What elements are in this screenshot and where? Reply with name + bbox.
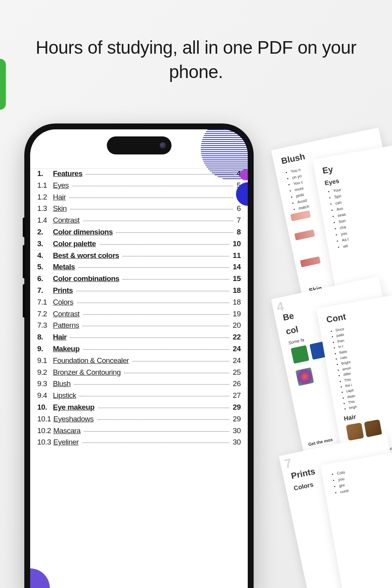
bg-page-contrast: Cont SincepattethanIn tflattenatuBrighta… xyxy=(316,290,392,463)
toc-leader xyxy=(74,384,229,385)
toc-page: 10 xyxy=(233,240,241,248)
background-pages-stack: Blush You non yoYou cmorepinkiAvoidmatch… xyxy=(247,137,392,588)
toc-number: 10.1 xyxy=(37,415,51,423)
bg-page-heading: Ey xyxy=(322,150,392,176)
toc-leader xyxy=(76,291,229,291)
toc-row[interactable]: 7.3Patterns20 xyxy=(37,321,241,330)
toc-number: 4. xyxy=(37,251,51,260)
toc-row[interactable]: 9.4Lipstick27 xyxy=(37,391,241,400)
toc-title: Mascara xyxy=(53,426,80,435)
toc-page: 6 xyxy=(237,204,241,213)
toc-title: Hair xyxy=(53,193,66,201)
toc-title: Skin xyxy=(53,204,67,213)
decorative-circle-bottom xyxy=(30,568,50,588)
toc-page: 20 xyxy=(233,321,241,330)
toc-leader xyxy=(83,314,229,315)
toc-row[interactable]: 6.Color combinations15 xyxy=(37,274,241,283)
toc-row[interactable]: 3.Color palette10 xyxy=(37,240,241,248)
toc-page: 24 xyxy=(233,356,241,365)
bg-page-prints: 7 Prints Colors xyxy=(279,433,392,588)
toc-row[interactable]: 7.1Colors18 xyxy=(37,298,241,307)
bg-page-heading: Be xyxy=(282,294,376,323)
toc-page: 22 xyxy=(233,333,241,341)
toc-page: 18 xyxy=(233,286,241,295)
toc-leader xyxy=(70,338,229,338)
toc-number: 9. xyxy=(37,345,51,353)
hair-swatch-label: Dark Golden Blonde xyxy=(366,436,384,445)
table-of-contents: 1.Features41.1Eyes51.2Hair51.3Skin61.4Co… xyxy=(30,169,248,450)
toc-row[interactable]: 5.Metals14 xyxy=(37,263,241,271)
toc-number: 3. xyxy=(37,240,51,248)
toc-row[interactable]: 1.1Eyes5 xyxy=(37,181,241,190)
toc-leader xyxy=(82,443,229,443)
toc-row[interactable]: 2.Color dimensions8 xyxy=(37,228,241,236)
toc-row[interactable]: 9.3Blush26 xyxy=(37,379,241,388)
toc-leader xyxy=(83,349,229,350)
toc-title: Bronzer & Contouring xyxy=(53,368,121,377)
toc-leader xyxy=(116,232,233,233)
toc-leader xyxy=(72,186,233,186)
toc-title: Lipstick xyxy=(53,391,76,400)
toc-number: 7.3 xyxy=(37,321,51,330)
bg-page-heading: Cont xyxy=(326,299,392,325)
toc-number: 2. xyxy=(37,228,51,236)
toc-number: 1.4 xyxy=(37,216,51,225)
bg-hair-label: Hair xyxy=(343,399,392,422)
toc-title: Foundation & Concealer xyxy=(53,356,129,365)
toc-title: Eye makeup xyxy=(53,403,94,412)
toc-title: Prints xyxy=(53,286,73,295)
bg-skin-label: Skin xyxy=(308,285,323,294)
toc-row[interactable]: 4.Best & worst colors11 xyxy=(37,251,241,260)
toc-row[interactable]: 9.1Foundation & Concealer24 xyxy=(37,356,241,365)
toc-title: Contrast xyxy=(53,310,80,318)
toc-row[interactable]: 9.Makeup24 xyxy=(37,345,241,353)
toc-page: 18 xyxy=(233,298,241,307)
toc-title: Eyeshadows xyxy=(53,415,94,423)
toc-title: Makeup xyxy=(53,345,80,353)
toc-page: 25 xyxy=(233,368,241,377)
bg-page-heading: Blush xyxy=(280,137,374,166)
toc-row[interactable]: 7.2Contrast19 xyxy=(37,310,241,318)
toc-row[interactable]: 10.3Eyeliner30 xyxy=(37,438,241,446)
toc-number: 1.1 xyxy=(37,181,51,190)
toc-title: Features xyxy=(53,169,82,178)
toc-number: 5. xyxy=(37,263,51,271)
toc-leader xyxy=(97,419,229,420)
toc-number: 7. xyxy=(37,286,51,295)
toc-row[interactable]: 8.Hair22 xyxy=(37,333,241,341)
toc-number: 10.3 xyxy=(37,438,51,446)
toc-leader xyxy=(123,279,229,279)
phone-screen: 1.Features41.1Eyes51.2Hair51.3Skin61.4Co… xyxy=(30,129,248,588)
toc-page: 29 xyxy=(233,415,241,423)
toc-number: 9.4 xyxy=(37,391,51,400)
toc-row[interactable]: 10.Eye makeup29 xyxy=(37,403,241,412)
toc-leader xyxy=(98,408,229,408)
camera-icon xyxy=(160,142,166,149)
toc-page: 30 xyxy=(233,426,241,435)
phone-volume-button xyxy=(23,284,25,318)
toc-number: 1. xyxy=(37,169,51,178)
toc-title: Hair xyxy=(53,333,67,341)
toc-row[interactable]: 9.2Bronzer & Contouring25 xyxy=(37,368,241,377)
toc-row[interactable]: 1.3Skin6 xyxy=(37,204,241,213)
toc-row[interactable]: 7.Prints18 xyxy=(37,286,241,295)
toc-title: Colors xyxy=(53,298,73,307)
toc-title: Color combinations xyxy=(53,274,119,283)
toc-row[interactable]: 1.4Contrast7 xyxy=(37,216,241,225)
toc-row[interactable]: 1.2Hair5 xyxy=(37,193,241,201)
hair-range-text: Hair ranges from medium xyxy=(350,437,392,458)
toc-number: 9.2 xyxy=(37,368,51,377)
toc-page: 24 xyxy=(233,345,241,353)
toc-title: Patterns xyxy=(53,321,79,330)
toc-number: 9.1 xyxy=(37,356,51,365)
toc-page: 29 xyxy=(233,403,241,412)
toc-leader xyxy=(77,303,229,303)
toc-page: 30 xyxy=(233,438,241,446)
toc-number: 8. xyxy=(37,333,51,341)
toc-page: 8 xyxy=(237,228,241,236)
toc-leader xyxy=(100,244,229,245)
toc-row[interactable]: 10.2Mascara30 xyxy=(37,426,241,435)
toc-row[interactable]: 10.1Eyeshadows29 xyxy=(37,415,241,423)
toc-title: Best & worst colors xyxy=(53,251,119,260)
toc-leader xyxy=(78,267,229,268)
